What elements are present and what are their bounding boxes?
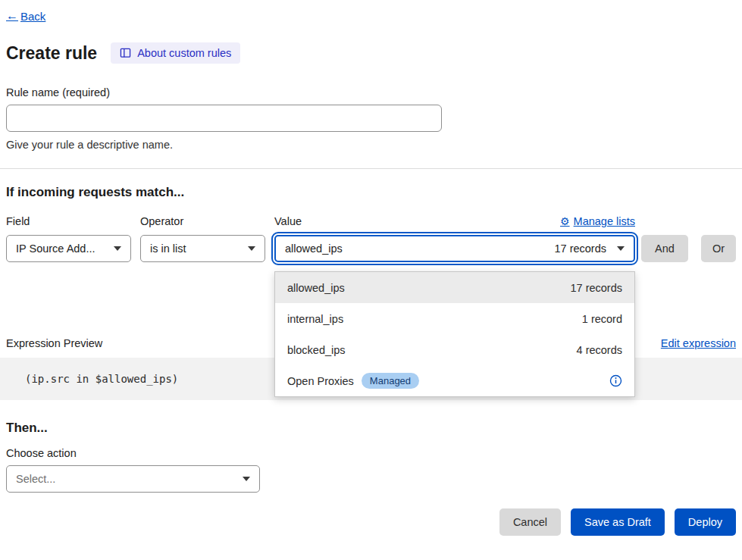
deploy-button[interactable]: Deploy <box>675 508 736 536</box>
chevron-down-icon <box>114 246 121 251</box>
chevron-down-icon <box>243 477 250 481</box>
list-option-allowed-ips[interactable]: allowed_ips 17 records <box>275 272 634 303</box>
cancel-button[interactable]: Cancel <box>499 508 561 536</box>
back-arrow-icon: ← <box>6 9 18 23</box>
book-icon <box>120 48 131 58</box>
create-rule-page: ← Back Create rule About custom rules Ru… <box>0 0 742 560</box>
rule-name-label: Rule name (required) <box>6 86 736 99</box>
manage-lists-label: Manage lists <box>574 215 635 227</box>
expression-code: (ip.src in $allowed_ips) <box>25 373 178 385</box>
field-select[interactable]: IP Source Add... <box>6 235 131 262</box>
and-button[interactable]: And <box>641 235 688 262</box>
footer-actions: Cancel Save as Draft Deploy <box>6 508 736 536</box>
list-option-blocked-ips[interactable]: blocked_ips 4 records <box>275 334 634 365</box>
info-icon[interactable] <box>609 374 622 387</box>
manage-lists-link[interactable]: ⚙ Manage lists <box>560 215 635 227</box>
back-link-label: Back <box>20 10 45 23</box>
operator-select[interactable]: is in list <box>140 235 265 262</box>
rule-name-input[interactable] <box>6 105 442 132</box>
or-button[interactable]: Or <box>701 235 736 262</box>
list-option-name: blocked_ips <box>287 344 346 356</box>
then-section-title: Then... <box>6 421 736 436</box>
chevron-down-icon <box>248 246 255 251</box>
action-select-placeholder: Select... <box>16 473 55 485</box>
choose-action-label: Choose action <box>6 447 736 459</box>
list-option-count: 1 record <box>582 313 622 325</box>
match-section-title: If incoming requests match... <box>6 185 736 200</box>
save-draft-button[interactable]: Save as Draft <box>571 508 665 536</box>
value-label: Value <box>274 215 302 227</box>
match-labels-row: Field Operator Value ⚙ Manage lists <box>6 215 635 227</box>
about-custom-rules-link[interactable]: About custom rules <box>111 42 240 64</box>
value-select[interactable]: allowed_ips 17 records <box>274 235 635 262</box>
about-custom-rules-label: About custom rules <box>137 47 231 59</box>
operator-select-value: is in list <box>150 242 186 255</box>
gear-icon: ⚙ <box>560 215 570 227</box>
expression-preview-label: Expression Preview <box>6 337 102 349</box>
list-dropdown: allowed_ips 17 records internal_ips 1 re… <box>274 271 635 397</box>
value-select-value: allowed_ips <box>285 242 343 255</box>
list-option-name: internal_ips <box>287 313 343 325</box>
back-link[interactable]: ← Back <box>6 9 45 23</box>
edit-expression-link[interactable]: Edit expression <box>661 337 736 349</box>
list-option-open-proxies[interactable]: Open Proxies Managed <box>275 365 634 396</box>
title-row: Create rule About custom rules <box>6 42 736 64</box>
list-option-name: allowed_ips <box>287 282 345 294</box>
field-select-value: IP Source Add... <box>16 242 95 255</box>
operator-label: Operator <box>140 215 274 227</box>
list-option-name: Open Proxies <box>287 375 354 387</box>
list-option-count: 4 records <box>577 344 622 356</box>
rule-name-help: Give your rule a descriptive name. <box>6 139 736 151</box>
list-option-internal-ips[interactable]: internal_ips 1 record <box>275 303 634 334</box>
section-divider <box>0 168 742 169</box>
list-option-count: 17 records <box>570 282 622 294</box>
value-select-count: 17 records <box>554 242 606 255</box>
field-label: Field <box>6 215 140 227</box>
action-select[interactable]: Select... <box>6 465 260 493</box>
value-select-wrap: allowed_ips 17 records allowed_ips 17 re… <box>274 235 635 262</box>
condition-row: IP Source Add... is in list allowed_ips … <box>6 235 736 262</box>
page-title: Create rule <box>6 43 97 64</box>
managed-badge: Managed <box>362 373 419 389</box>
chevron-down-icon <box>617 246 625 251</box>
